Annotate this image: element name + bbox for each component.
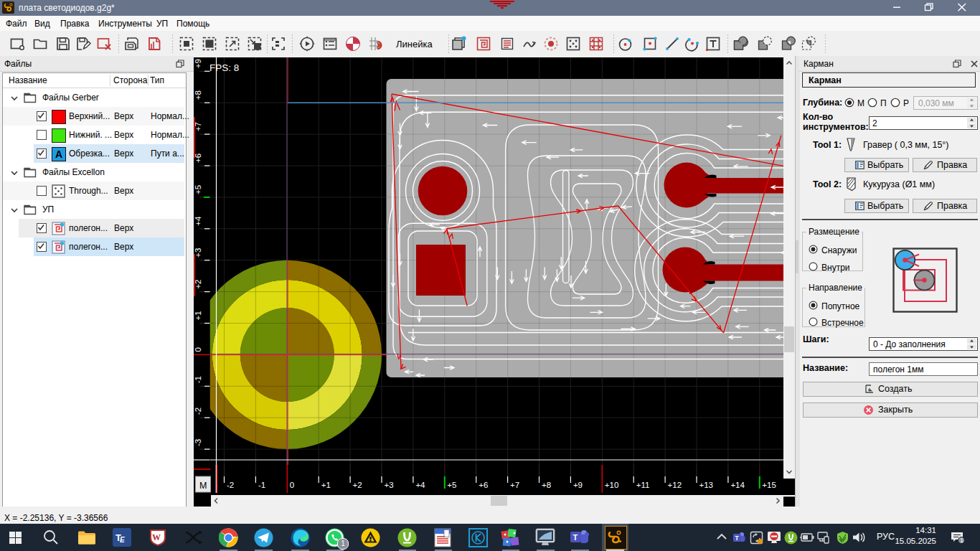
- svg-text:+1: +1: [321, 481, 331, 489]
- svg-text:M: M: [199, 481, 207, 491]
- svg-text:1: 1: [960, 537, 963, 544]
- svg-text:-2: -2: [194, 408, 202, 415]
- svg-text:-1: -1: [258, 481, 265, 489]
- svg-text:+10: +10: [605, 481, 619, 489]
- svg-text:+2: +2: [353, 481, 362, 489]
- svg-text:+9: +9: [194, 59, 202, 68]
- svg-text:W: W: [152, 532, 161, 542]
- svg-text:+3: +3: [385, 481, 394, 489]
- svg-text:+15: +15: [762, 481, 776, 489]
- svg-text:T: T: [573, 533, 578, 542]
- svg-text:+8: +8: [542, 481, 551, 489]
- svg-text:-3: -3: [194, 439, 202, 446]
- svg-text:-2: -2: [227, 481, 234, 489]
- svg-text:+5: +5: [447, 481, 456, 489]
- svg-text:+1: +1: [194, 311, 202, 320]
- svg-text:+7: +7: [510, 481, 519, 489]
- svg-text:T: T: [735, 534, 740, 542]
- svg-text:E: E: [120, 536, 125, 544]
- svg-text:+12: +12: [668, 481, 682, 489]
- svg-text:FPS: 8: FPS: 8: [209, 62, 239, 73]
- svg-text:+8: +8: [194, 90, 202, 100]
- svg-text:+6: +6: [479, 481, 488, 489]
- svg-text:+9: +9: [573, 481, 583, 489]
- svg-text:+5: +5: [194, 185, 202, 194]
- svg-text:+11: +11: [636, 481, 650, 489]
- svg-text:0: 0: [290, 481, 294, 489]
- svg-text:+4: +4: [194, 216, 202, 226]
- svg-text:+4: +4: [415, 481, 425, 489]
- svg-text:0: 0: [194, 347, 202, 352]
- svg-text:-1: -1: [194, 376, 202, 383]
- svg-text:+14: +14: [730, 481, 745, 489]
- svg-text:+13: +13: [699, 481, 714, 489]
